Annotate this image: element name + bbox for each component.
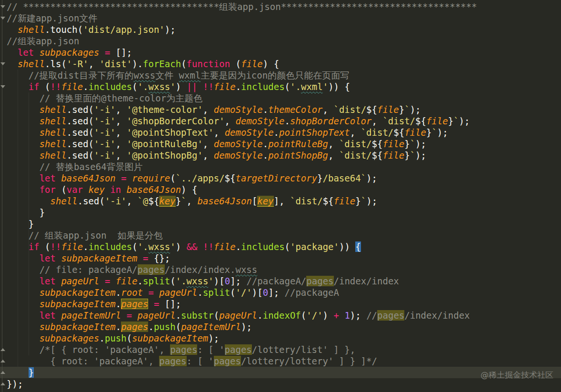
code-line[interactable]: if (!!file.includes('.wxss') && !!file.i…: [7, 241, 561, 252]
code-line[interactable]: // ************************************组…: [7, 1, 561, 12]
fold-marker[interactable]: [0, 360, 5, 362]
code-line[interactable]: shell.sed('-i', '@shopBorderColor', demo…: [7, 115, 561, 127]
code-line[interactable]: let pageUrl = file.split('.wxss')[0]; //…: [7, 275, 561, 287]
fold-gutter: [0, 0, 7, 392]
code-line[interactable]: shell.sed('-i', '@pointShopBg', demoStyl…: [7, 150, 561, 161]
fold-guide-line: [2, 0, 2, 392]
code-line[interactable]: subpackageItem.root = pageUrl.split('/')…: [7, 287, 561, 298]
code-line[interactable]: // 替换里面的@theme-color为主题色: [7, 92, 561, 104]
code-line[interactable]: //新建app.json文件: [7, 12, 561, 24]
code-line[interactable]: shell.ls('-R', 'dist').forEach(function …: [7, 58, 561, 70]
code-line[interactable]: // 替换base64背景图片: [7, 161, 561, 172]
code-line[interactable]: let subpackages = [];: [7, 47, 561, 58]
code-line[interactable]: // file: packageA/pages/index/index.wxss: [7, 264, 561, 275]
code-line[interactable]: for (var key in base64Json) {: [7, 184, 561, 195]
code-line[interactable]: subpackageItem.pages = [];: [7, 298, 561, 310]
code-line[interactable]: subpackageItem.pages.push(pageItemUrl);: [7, 321, 561, 332]
fold-marker[interactable]: [0, 85, 5, 88]
code-line[interactable]: //组装app.json: [7, 35, 561, 47]
fold-marker[interactable]: [0, 371, 5, 374]
code-line[interactable]: shell.sed('-i', '@pointShopText', demoSt…: [7, 127, 561, 138]
fold-marker[interactable]: [0, 348, 5, 351]
code-line[interactable]: shell.sed('-i', '@pointRuleBg', demoStyl…: [7, 138, 561, 150]
fold-marker[interactable]: [0, 62, 5, 65]
code-line[interactable]: let subpackageItem = {};: [7, 252, 561, 264]
fold-marker[interactable]: [0, 17, 5, 20]
code-line[interactable]: subpackages.push(subpackageItem);: [7, 332, 561, 344]
code-line[interactable]: shell.sed('-i', `@${key}`, base64Json[ke…: [7, 195, 561, 207]
watermark: @稀土掘金技术社区: [481, 370, 553, 381]
code-area[interactable]: // ************************************组…: [7, 1, 561, 390]
fold-marker[interactable]: [0, 382, 5, 385]
code-line[interactable]: shell.sed('-i', '@theme-color', demoStyl…: [7, 104, 561, 115]
code-editor: // ************************************组…: [0, 0, 561, 392]
code-line[interactable]: { root: 'packageA', pages: [ 'pages/lott…: [7, 355, 561, 367]
code-line[interactable]: let base64Json = require(`../apps/${targ…: [7, 172, 561, 184]
code-line[interactable]: if (!!file.includes('.wxss') || !!file.i…: [7, 81, 561, 92]
code-line[interactable]: }: [7, 218, 561, 230]
fold-marker[interactable]: [0, 5, 5, 8]
code-line[interactable]: //提取dist目录下所有的wxss文件 wxml主要是因为icon的颜色只能在…: [7, 70, 561, 81]
code-line[interactable]: });: [7, 378, 561, 390]
code-line[interactable]: shell.touch('dist/app.json');: [7, 24, 561, 35]
code-line[interactable]: // 组装app.json 如果是分包: [7, 230, 561, 241]
code-line[interactable]: let pageItemUrl = pageUrl.substr(pageUrl…: [7, 310, 561, 321]
code-line[interactable]: /*[ { root: 'packageA', pages: [ 'pages/…: [7, 344, 561, 355]
code-line-current[interactable]: }: [0, 367, 561, 378]
code-line[interactable]: }: [7, 207, 561, 218]
